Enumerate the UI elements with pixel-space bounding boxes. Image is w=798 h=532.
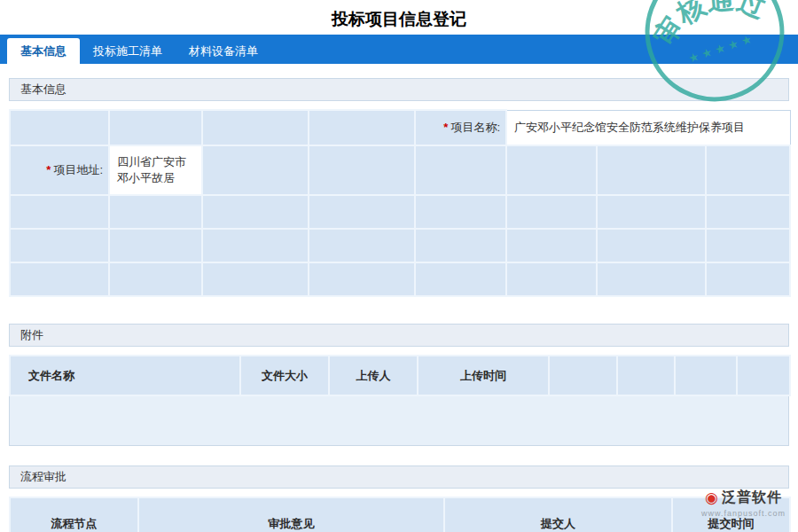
empty-cell — [415, 195, 506, 229]
approval-section-title: 流程审批 — [9, 466, 789, 489]
approval-header-submitter: 提交人 — [444, 497, 672, 532]
project-address-label: *项目地址: — [10, 145, 109, 195]
attachments-header-upload-time: 上传时间 — [418, 356, 549, 395]
attachments-table: 文件名称 文件大小 上传人 上传时间 — [9, 355, 791, 396]
empty-cell — [309, 195, 415, 229]
empty-cell — [675, 356, 737, 395]
page-title: 投标项目信息登记 — [0, 0, 798, 23]
empty-cell — [415, 229, 506, 262]
empty-cell — [506, 195, 597, 229]
empty-cell — [10, 110, 109, 145]
empty-cell — [109, 110, 202, 145]
basic-info-section: 基本信息 *项目名称: 广安邓小平纪念馆安全防范系统维护保养项目 *项目地址: … — [9, 78, 789, 297]
empty-cell — [506, 229, 597, 262]
basic-info-grid: *项目名称: 广安邓小平纪念馆安全防范系统维护保养项目 *项目地址: 四川省广安… — [9, 109, 791, 297]
empty-cell — [415, 262, 506, 296]
project-name-label: *项目名称: — [415, 110, 506, 145]
empty-cell — [109, 262, 202, 296]
empty-cell — [309, 262, 415, 296]
empty-cell — [549, 356, 617, 395]
approval-header-submit-time: 提交时间 — [672, 497, 790, 532]
empty-cell — [202, 195, 309, 229]
empty-cell — [109, 229, 202, 262]
tab-bid-construction-list[interactable]: 投标施工清单 — [80, 38, 176, 64]
empty-cell — [706, 195, 790, 229]
attachments-header-file-size: 文件大小 — [240, 356, 329, 395]
tab-bar: 基本信息 投标施工清单 材料设备清单 — [0, 35, 798, 64]
empty-cell — [309, 110, 415, 145]
empty-cell — [597, 195, 706, 229]
empty-cell — [506, 262, 597, 296]
approval-header-opinion: 审批意见 — [138, 497, 444, 532]
empty-cell — [202, 262, 309, 296]
empty-cell — [10, 195, 109, 229]
empty-cell — [597, 145, 706, 195]
basic-info-section-title: 基本信息 — [9, 78, 789, 101]
attachments-header-uploader: 上传人 — [329, 356, 418, 395]
empty-cell — [10, 229, 109, 262]
empty-cell — [309, 229, 415, 262]
empty-cell — [202, 145, 309, 195]
approval-table: 流程节点 审批意见 提交人 提交时间 — [9, 497, 791, 532]
project-name-value[interactable]: 广安邓小平纪念馆安全防范系统维护保养项目 — [506, 110, 790, 145]
attachments-section: 附件 文件名称 文件大小 上传人 上传时间 — [9, 324, 789, 446]
empty-cell — [10, 262, 109, 296]
empty-cell — [597, 262, 706, 296]
empty-cell — [506, 145, 597, 195]
empty-cell — [109, 195, 202, 229]
tab-basic-info[interactable]: 基本信息 — [7, 38, 80, 64]
empty-cell — [202, 229, 309, 262]
approval-header-flow-node: 流程节点 — [10, 497, 138, 532]
project-address-value[interactable]: 四川省广安市邓小平故居 — [109, 145, 202, 195]
empty-cell — [597, 229, 706, 262]
empty-cell — [706, 229, 790, 262]
empty-cell — [309, 145, 415, 195]
attachments-section-title: 附件 — [9, 324, 789, 347]
empty-cell — [415, 145, 506, 195]
attachments-empty-area — [9, 396, 789, 446]
empty-cell — [706, 262, 790, 296]
empty-cell — [706, 145, 790, 195]
approval-section: 流程审批 流程节点 审批意见 提交人 提交时间 — [9, 466, 789, 532]
required-mark: * — [46, 163, 51, 176]
empty-cell — [737, 356, 790, 395]
empty-cell — [617, 356, 675, 395]
required-mark: * — [443, 121, 448, 134]
tab-material-equipment-list[interactable]: 材料设备清单 — [176, 38, 271, 64]
attachments-header-file-name: 文件名称 — [10, 356, 240, 395]
empty-cell — [202, 110, 309, 145]
